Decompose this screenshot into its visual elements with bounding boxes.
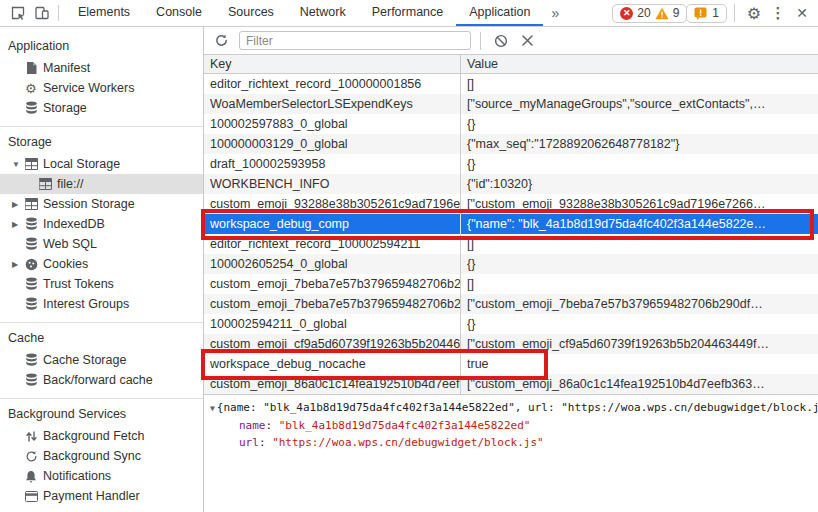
- table-icon: [25, 198, 43, 210]
- sidebar-item-manifest[interactable]: Manifest: [0, 58, 203, 78]
- sidebar-item-notifications[interactable]: Notifications: [0, 466, 203, 486]
- database-icon: [25, 101, 43, 115]
- table-row-editor-richtext-record-100000001856[interactable]: editor_richtext_record_100000001856[]: [204, 74, 818, 94]
- table-row-workbench-info[interactable]: WORKBENCH_INFO{"id":10320}: [204, 174, 818, 194]
- tab-application[interactable]: Application: [456, 0, 543, 26]
- inspect-element-icon[interactable]: [6, 2, 30, 24]
- sidebar-item-back-forward-cache[interactable]: Back/forward cache: [0, 370, 203, 390]
- table-row-100000003129-0-global[interactable]: 100000003129_0_global{"max_seq":"1728892…: [204, 134, 818, 154]
- table-row-100002605254-0-global[interactable]: 100002605254_0_global{}: [204, 254, 818, 274]
- row-value: ["custom_emoji_93288e38b305261c9ad7196e7…: [461, 194, 818, 214]
- database-icon: [25, 237, 43, 251]
- delete-selected-icon[interactable]: [516, 30, 538, 52]
- close-icon[interactable]: ✕: [790, 2, 814, 24]
- tab-performance[interactable]: Performance: [359, 0, 457, 26]
- table-row-custom-emoji-cf9a5d60739f19263b5b2044634[interactable]: custom_emoji_cf9a5d60739f19263b5b2044634…: [204, 334, 818, 354]
- tab-console[interactable]: Console: [143, 0, 215, 26]
- storage-items-table: editor_richtext_record_100000001856[]Woa…: [204, 74, 818, 394]
- sidebar-item-background-sync[interactable]: Background Sync: [0, 446, 203, 466]
- error-icon: ✕: [620, 7, 633, 20]
- table-row-custom-emoji-93288e38b305261c9ad7196e726[interactable]: custom_emoji_93288e38b305261c9ad7196e726…: [204, 194, 818, 214]
- row-key: 100000003129_0_global: [204, 134, 461, 154]
- settings-gear-icon[interactable]: ⚙: [742, 2, 766, 24]
- kebab-menu-icon[interactable]: ⋮: [766, 2, 790, 24]
- table-row-100002594211-0-global[interactable]: 100002594211_0_global{}: [204, 314, 818, 334]
- application-sidebar: ApplicationManifest⚙Service WorkersStora…: [0, 27, 204, 512]
- refresh-icon[interactable]: [210, 30, 232, 52]
- sidebar-item-label: Manifest: [43, 61, 90, 75]
- tab-network[interactable]: Network: [287, 0, 359, 26]
- chevron-down-icon[interactable]: ▼: [12, 160, 25, 169]
- card-icon: [25, 491, 43, 502]
- sidebar-item-label: Background Sync: [43, 449, 141, 463]
- device-toolbar-icon[interactable]: [30, 2, 54, 24]
- sidebar-item-background-fetch[interactable]: Background Fetch: [0, 426, 203, 446]
- row-key: WORKBENCH_INFO: [204, 174, 461, 194]
- sidebar-item-local-storage[interactable]: ▼Local Storage: [0, 154, 203, 174]
- row-key: editor_richtext_record_100000001856: [204, 74, 461, 94]
- local-storage-panel: Key Value editor_richtext_record_1000000…: [204, 27, 818, 512]
- issue-count: 1: [712, 6, 719, 20]
- sidebar-item-label: Cookies: [43, 257, 88, 271]
- sidebar-item-label: Interest Groups: [43, 297, 129, 311]
- preview-summary-line[interactable]: ▼ {name: "blk_4a1b8d19d75da4fc402f3a144e…: [210, 399, 818, 417]
- tab-sources[interactable]: Sources: [215, 0, 287, 26]
- row-key: 100002597883_0_global: [204, 114, 461, 134]
- gear-icon: ⚙: [25, 82, 43, 95]
- sidebar-item-payment-handler[interactable]: Payment Handler: [0, 486, 203, 506]
- table-row-100002597883-0-global[interactable]: 100002597883_0_global{}: [204, 114, 818, 134]
- sidebar-item-label: Service Workers: [43, 81, 134, 95]
- chevron-right-icon[interactable]: ▶: [12, 220, 25, 229]
- row-value: []: [461, 74, 818, 94]
- table-row-custom-emoji-7beba7e57b379659482706b290d[interactable]: custom_emoji_7beba7e57b379659482706b290d…: [204, 294, 818, 314]
- sidebar-item-cookies[interactable]: ▶Cookies: [0, 254, 203, 274]
- table-row-draft-100002593958[interactable]: draft_100002593958{}: [204, 154, 818, 174]
- table-row-editor-richtext-record-100002594211[interactable]: editor_richtext_record_100002594211[]: [204, 234, 818, 254]
- sidebar-item-label: Local Storage: [43, 157, 120, 171]
- row-key: custom_emoji_cf9a5d60739f19263b5b2044634…: [204, 334, 461, 354]
- sidebar-item-session-storage[interactable]: ▶Session Storage: [0, 194, 203, 214]
- row-value: ["custom_emoji_7beba7e57b379659482706b29…: [461, 294, 818, 314]
- sidebar-item-indexeddb[interactable]: ▶IndexedDB: [0, 214, 203, 234]
- row-key: editor_richtext_record_100002594211: [204, 234, 461, 254]
- preview-property-url: url: "https://woa.wps.cn/debugwidget/blo…: [210, 434, 818, 451]
- database-icon: [25, 217, 43, 231]
- sidebar-section-storage: Storage: [0, 127, 203, 154]
- sidebar-item-cache-storage[interactable]: Cache Storage: [0, 350, 203, 370]
- row-key: workspace_debug_nocache: [204, 354, 461, 374]
- chevron-right-icon[interactable]: ▶: [12, 260, 25, 269]
- table-row-workspace-debug-nocache[interactable]: workspace_debug_nocachetrue: [204, 354, 818, 374]
- database-icon: [25, 373, 43, 387]
- clear-all-icon[interactable]: [490, 30, 512, 52]
- column-header-value[interactable]: Value: [461, 55, 504, 73]
- panel-tabs: ElementsConsoleSourcesNetworkPerformance…: [65, 0, 543, 26]
- chevron-right-icon[interactable]: ▶: [12, 200, 25, 209]
- filter-input[interactable]: [239, 31, 471, 50]
- sidebar-item-label: IndexedDB: [43, 217, 105, 231]
- column-header-key[interactable]: Key: [204, 55, 461, 73]
- sidebar-item-interest-groups[interactable]: Interest Groups: [0, 294, 203, 314]
- toolbar-separator: [734, 4, 735, 22]
- chevron-down-icon[interactable]: ▼: [210, 400, 215, 417]
- property-name: name: [239, 419, 266, 432]
- tabbar-right: ✕ 20 9 1 ⚙ ⋮ ✕: [612, 2, 818, 24]
- more-tabs-button[interactable]: »: [543, 5, 567, 21]
- cookie-icon: [25, 258, 43, 271]
- issue-icon: [694, 7, 708, 20]
- console-status-badge[interactable]: ✕ 20 9: [612, 4, 687, 23]
- sidebar-item-trust-tokens[interactable]: Trust Tokens: [0, 274, 203, 294]
- sidebar-item-web-sql[interactable]: Web SQL: [0, 234, 203, 254]
- issues-badge[interactable]: 1: [686, 4, 727, 23]
- sidebar-item-service-workers[interactable]: ⚙Service Workers: [0, 78, 203, 98]
- sidebar-item-storage[interactable]: Storage: [0, 98, 203, 118]
- sidebar-item-file[interactable]: file://: [0, 174, 203, 194]
- row-key: draft_100002593958: [204, 154, 461, 174]
- sidebar-item-label: Trust Tokens: [43, 277, 114, 291]
- tab-elements[interactable]: Elements: [65, 0, 143, 26]
- table-row-workspace-debug-comp[interactable]: workspace_debug_comp{"name": "blk_4a1b8d…: [204, 214, 818, 234]
- row-value: {"id":10320}: [461, 174, 818, 194]
- table-row-custom-emoji-7beba7e57b379659482706b290d[interactable]: custom_emoji_7beba7e57b379659482706b290d…: [204, 274, 818, 294]
- table-row-woamemberselectorlsexpendkeys[interactable]: WoaMemberSelectorLSExpendKeys["source_my…: [204, 94, 818, 114]
- table-row-custom-emoji-86a0c1c14fea192510b4d7eefb3[interactable]: custom_emoji_86a0c1c14fea192510b4d7eefb3…: [204, 374, 818, 394]
- sidebar-item-label: Session Storage: [43, 197, 135, 211]
